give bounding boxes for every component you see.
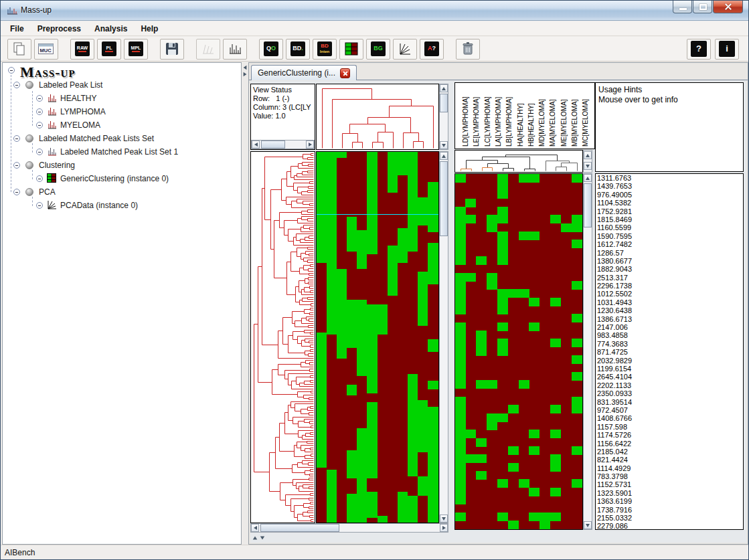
tree-item-8[interactable]: PCA: [3, 186, 241, 198]
column-dendrogram[interactable]: [317, 84, 438, 149]
split-expand-down-icon[interactable]: [260, 537, 264, 540]
split-expand-up-icon[interactable]: [253, 537, 257, 540]
tree-item-5[interactable]: Labeled Matched Peak List Set 1: [3, 146, 241, 158]
menu-item-analysis[interactable]: Analysis: [88, 23, 134, 35]
heatmap-zoom[interactable]: [317, 152, 438, 523]
qo-button[interactable]: QO: [259, 39, 283, 60]
row-dendrogram[interactable]: [251, 152, 315, 523]
import-pl-button[interactable]: PL: [97, 39, 121, 60]
tree-item-label: MYELOMA: [60, 120, 100, 130]
scrollbar-thumb[interactable]: [440, 161, 448, 236]
heatmap-overview-panel[interactable]: [454, 173, 583, 530]
close-button[interactable]: [713, 1, 743, 13]
column-label: LA[LYMPHOMA]: [495, 97, 502, 147]
scroll-up-button[interactable]: [584, 174, 592, 182]
tree-expand-handle[interactable]: [13, 189, 20, 195]
tree-item-6[interactable]: Clustering: [3, 159, 241, 171]
muc-button[interactable]: MUC: [34, 39, 58, 60]
overview-dendrogram[interactable]: [455, 151, 582, 172]
mz-value: 1230.6438: [596, 306, 743, 314]
heatmap-zoom-panel[interactable]: [316, 151, 439, 523]
mz-value: 1323.5901: [596, 489, 743, 497]
help-button[interactable]: ?: [687, 39, 711, 60]
scrollbar-thumb[interactable]: [260, 524, 339, 532]
menu-item-help[interactable]: Help: [134, 23, 165, 35]
maximize-button[interactable]: [693, 1, 712, 13]
scroll-up-button[interactable]: [584, 151, 592, 159]
tree-item-0[interactable]: Labeled Peak List: [3, 79, 241, 91]
tab-genericclustering[interactable]: GenericClustering (i...: [251, 65, 357, 80]
title-bar[interactable]: Mass-up: [1, 1, 748, 21]
collapse-right-icon[interactable]: [244, 72, 247, 76]
heatmap-hscrollbar[interactable]: [250, 523, 448, 533]
sidebar: Mass-up Labeled Peak ListHEALTHYLYMPHOMA…: [2, 62, 242, 545]
scrollbar-thumb[interactable]: [584, 183, 592, 227]
mz-value: 1612.7482: [596, 240, 743, 248]
scroll-up-button[interactable]: [440, 152, 448, 160]
tree-expand-handle[interactable]: [36, 149, 43, 155]
view-status-title: View Status: [253, 86, 313, 94]
bd-inten-button[interactable]: BDInten: [313, 39, 337, 60]
usage-hints-title: Usage Hints: [598, 85, 740, 95]
mz-value: 1590.7595: [596, 232, 743, 240]
tree-item-7[interactable]: GenericClustering (instance 0): [3, 173, 241, 185]
tab-close-button[interactable]: [340, 68, 350, 78]
column-dendrogram-panel[interactable]: [316, 84, 439, 150]
mz-value: 1114.4929: [596, 464, 743, 472]
view-status-hscrollbar[interactable]: [251, 140, 315, 149]
scrollbar-thumb[interactable]: [261, 141, 285, 149]
about-button[interactable]: i: [715, 39, 739, 60]
bg-button[interactable]: BG: [366, 39, 390, 60]
tree-expand-handle[interactable]: [36, 175, 43, 182]
scroll-down-button[interactable]: [584, 162, 592, 170]
tree-root-handle[interactable]: [8, 67, 15, 74]
close-icon: [723, 3, 734, 11]
tree-item-1[interactable]: HEALTHY: [3, 92, 241, 104]
tree-item-3[interactable]: MYELOMA: [3, 119, 241, 131]
heatmap-vscrollbar[interactable]: [439, 151, 448, 523]
overview-vscrollbar[interactable]: [583, 150, 592, 173]
preprocess-button[interactable]: [196, 39, 220, 60]
top-vscrollbar[interactable]: [439, 84, 448, 150]
peak-detection-button[interactable]: [223, 39, 247, 60]
menu-item-preprocess[interactable]: Preprocess: [31, 23, 88, 35]
clustering-button[interactable]: [339, 39, 363, 60]
minimize-button[interactable]: [673, 1, 692, 13]
scroll-down-button[interactable]: [584, 521, 592, 529]
save-button[interactable]: [160, 39, 184, 60]
tree-item-2[interactable]: LYMPHOMA: [3, 106, 241, 118]
tree-expand-handle[interactable]: [36, 95, 43, 102]
column-labels-panel: LD[LYMPHOMA]LE[LYMPHOMA]LC[LYMPHOMA]LA[L…: [454, 82, 595, 149]
heatmap-overview[interactable]: [455, 174, 582, 529]
import-raw-button[interactable]: RAW: [70, 39, 94, 60]
row-dendrogram-panel[interactable]: [250, 151, 315, 523]
collapse-left-icon[interactable]: [244, 66, 247, 70]
column-label: MA[MYELOMA]: [549, 99, 556, 147]
tree-expand-handle[interactable]: [36, 202, 43, 209]
scroll-up-button[interactable]: [440, 84, 448, 92]
scrollbar-thumb[interactable]: [440, 94, 448, 112]
pca-button[interactable]: [393, 39, 417, 60]
scroll-left-button[interactable]: [251, 524, 259, 532]
delete-button[interactable]: [456, 39, 480, 60]
scroll-right-button[interactable]: [440, 524, 448, 532]
tree-item-4[interactable]: Labeled Matched Peak Lists Set: [3, 132, 241, 145]
menu-item-file[interactable]: File: [3, 23, 31, 35]
overview-heat-vscrollbar[interactable]: [583, 173, 592, 530]
tree-expand-handle[interactable]: [13, 162, 20, 169]
scroll-down-button[interactable]: [440, 141, 448, 149]
tree-expand-handle[interactable]: [36, 108, 43, 115]
tree-item-9[interactable]: PCAData (instance 0): [3, 199, 241, 211]
analysis-button[interactable]: A?: [420, 39, 444, 60]
split-divider[interactable]: [242, 62, 248, 545]
tree-expand-handle[interactable]: [13, 135, 20, 142]
overview-dendrogram-panel[interactable]: [454, 150, 583, 173]
scroll-down-button[interactable]: [440, 515, 448, 523]
copy-item-button[interactable]: [7, 39, 31, 60]
scroll-right-button[interactable]: [306, 141, 314, 149]
import-mpl-button[interactable]: MPL: [124, 39, 148, 60]
bd-button[interactable]: BD.: [286, 39, 310, 60]
scroll-left-button[interactable]: [252, 141, 260, 149]
tree-expand-handle[interactable]: [13, 82, 20, 88]
tree-expand-handle[interactable]: [36, 122, 43, 128]
